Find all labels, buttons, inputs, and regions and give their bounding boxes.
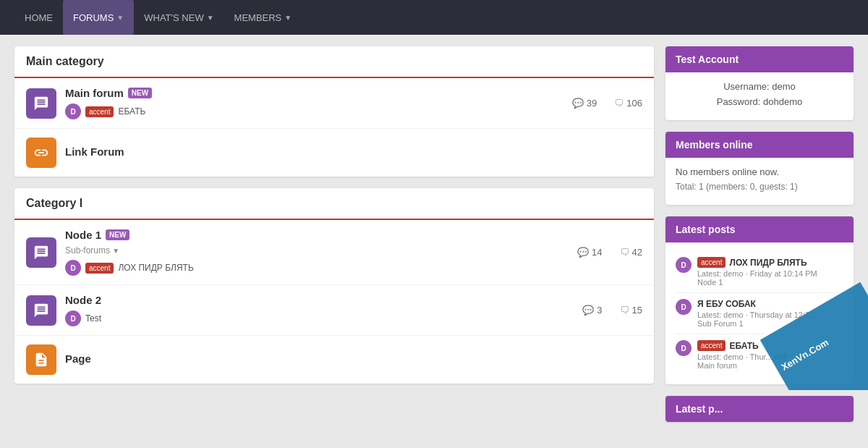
views-stat: 🗨 42: [620, 247, 642, 258]
post-content: Я ЕБУ СОБАК Latest: demo · Thursday at 1…: [697, 299, 843, 328]
members-online-header: Members online: [665, 132, 854, 158]
avatar: D: [676, 299, 692, 315]
post-title-row: accent ЕБАТЬ: [697, 340, 843, 351]
forum-stats: 💬 14 🗨 42: [577, 247, 642, 258]
new-badge: NEW: [128, 88, 152, 98]
nav-members-label: MEMBERS: [234, 12, 282, 23]
forum-name[interactable]: Page: [65, 352, 91, 365]
test-account-widget: Test Account Username: demo Password: do…: [665, 46, 854, 120]
latest-posts-body: D accent ЛОХ ПИДР БЛЯТЬ Latest: demo · F…: [665, 242, 854, 384]
forum-name[interactable]: Main forum: [65, 87, 124, 99]
post-title-row: accent ЛОХ ПИДР БЛЯТЬ: [697, 257, 843, 268]
forum-title-row: Page: [65, 352, 642, 365]
messages-stat: 💬 39: [572, 98, 597, 109]
forum-info: Main forum NEW D accent ЕБАТЬ: [65, 87, 563, 119]
forum-name[interactable]: Link Forum: [65, 145, 124, 158]
latest-p2-title: Latest p...: [676, 403, 723, 415]
accent-badge: accent: [85, 106, 114, 117]
views-stat: 🗨 106: [614, 98, 642, 109]
latest-p2-widget: Latest p...: [665, 396, 854, 422]
test-account-header: Test Account: [665, 46, 854, 72]
views-icon: 🗨: [614, 98, 624, 109]
main-category-box: Main category Main forum NEW D accent ЕБ…: [14, 46, 654, 177]
forum-icon: [26, 237, 56, 268]
post-meta: Latest: demo · Thursday at 12:7...: [697, 310, 843, 319]
navbar: HOME FORUMS ▼ WHAT'S NEW ▼ MEMBERS ▼: [0, 0, 868, 35]
category-i-header: Category I: [14, 188, 654, 220]
latest-text: Test: [85, 313, 101, 324]
chevron-down-icon: ▼: [116, 14, 124, 22]
forum-name[interactable]: Node 1: [65, 229, 101, 241]
messages-stat: 💬 14: [577, 247, 602, 258]
forum-title-row: Link Forum: [65, 145, 642, 158]
chevron-down-icon: ▼: [207, 14, 214, 22]
test-account-body: Username: demo Password: dohdemo: [665, 72, 854, 120]
latest-text: ЕБАТЬ: [118, 106, 145, 117]
views-count: 15: [632, 305, 642, 316]
forum-title-row: Node 1 NEW: [65, 229, 569, 241]
views-stat: 🗨 15: [620, 305, 642, 316]
message-icon: 💬: [582, 305, 594, 316]
forum-latest: D Test: [65, 310, 574, 326]
sub-forums-link[interactable]: Sub-forums ▼: [65, 245, 119, 255]
forum-row: Node 1 NEW Sub-forums ▼ D accent ЛОХ ПИД…: [14, 220, 654, 285]
post-title[interactable]: Я ЕБУ СОБАК: [697, 299, 756, 309]
nav-home[interactable]: HOME: [14, 0, 63, 35]
forum-info: Node 2 D Test: [65, 294, 574, 326]
forum-row: Node 2 D Test 💬 3 🗨 15: [14, 285, 654, 336]
nav-whats-new[interactable]: WHAT'S NEW ▼: [134, 0, 224, 35]
latest-posts-title: Latest posts: [676, 224, 735, 235]
post-item: D accent ЕБАТЬ Latest: demo · Thur... AM…: [676, 334, 843, 376]
nav-forums[interactable]: FORUMS ▼: [63, 0, 134, 35]
no-members-text: No members online now.: [676, 166, 843, 177]
username-label: Username:: [723, 81, 770, 92]
password-label: Password:: [717, 96, 761, 107]
post-title[interactable]: ЕБАТЬ: [729, 341, 758, 351]
forum-icon: [26, 88, 56, 119]
main-content: Main category Main forum NEW D accent ЕБ…: [14, 46, 654, 422]
forum-title-row: Main forum NEW: [65, 87, 563, 99]
main-category-header: Main category: [14, 46, 654, 78]
post-node: Main forum: [697, 361, 843, 370]
post-meta: Latest: demo · Thur... AM: [697, 352, 843, 361]
latest-p2-header: Latest p...: [665, 396, 854, 422]
post-title-row: Я ЕБУ СОБАК: [697, 299, 843, 309]
forum-name[interactable]: Node 2: [65, 294, 101, 306]
members-online-title: Members online: [676, 139, 753, 151]
avatar: D: [65, 310, 81, 326]
nav-members[interactable]: MEMBERS ▼: [224, 0, 302, 35]
chevron-down-icon: ▼: [284, 14, 292, 22]
forum-info: Link Forum: [65, 145, 642, 161]
views-count: 106: [626, 98, 642, 109]
password-line: Password: dohdemo: [676, 96, 843, 107]
sidebar: Test Account Username: demo Password: do…: [665, 46, 854, 422]
main-category-title: Main category: [26, 55, 104, 67]
password-value: dohdemo: [763, 96, 802, 107]
forum-latest: D accent ЛОХ ПИДР БЛЯТЬ: [65, 260, 569, 276]
accent-badge: accent: [697, 257, 726, 268]
test-account-title: Test Account: [676, 54, 739, 65]
forum-icon: [26, 138, 56, 168]
latest-text: ЛОХ ПИДР БЛЯТЬ: [118, 263, 193, 273]
forum-stats: 💬 39 🗨 106: [572, 98, 642, 109]
post-item: D accent ЛОХ ПИДР БЛЯТЬ Latest: demo · F…: [676, 251, 843, 293]
messages-count: 39: [587, 98, 597, 109]
post-item: D Я ЕБУ СОБАК Latest: demo · Thursday at…: [676, 293, 843, 334]
category-i-box: Category I Node 1 NEW Sub-forums ▼ D: [14, 188, 654, 384]
forum-row: Page: [14, 336, 654, 384]
message-icon: 💬: [577, 247, 589, 258]
post-node: Node 1: [697, 278, 843, 287]
members-online-widget: Members online No members online now. To…: [665, 132, 854, 205]
accent-badge: accent: [85, 263, 114, 274]
views-icon: 🗨: [620, 305, 629, 316]
forum-icon: [26, 295, 56, 326]
accent-badge: accent: [697, 340, 726, 351]
post-title[interactable]: ЛОХ ПИДР БЛЯТЬ: [729, 258, 807, 268]
views-count: 42: [632, 247, 642, 258]
forum-row: Main forum NEW D accent ЕБАТЬ 💬 39: [14, 78, 654, 129]
avatar: D: [676, 257, 692, 273]
new-badge: NEW: [106, 229, 129, 240]
messages-count: 3: [597, 305, 602, 316]
forum-info: Page: [65, 352, 642, 368]
chevron-down-icon: ▼: [112, 247, 119, 255]
